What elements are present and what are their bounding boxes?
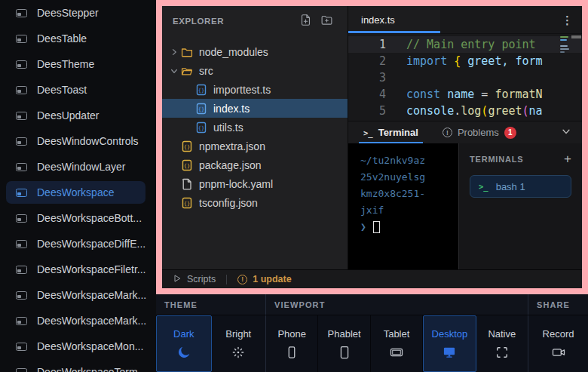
problems-count-badge: 1 xyxy=(504,127,516,139)
dees-workspace: EXPLORER xyxy=(162,6,582,288)
code-line: 1 // Main entry point xyxy=(348,36,582,53)
explorer-title: EXPLORER xyxy=(173,17,224,26)
sidebar-item-label: DeesWorkspaceMon... xyxy=(37,340,143,352)
tree-item-node-modules[interactable]: node_modules xyxy=(162,42,348,61)
tab-problems[interactable]: ! Problems 1 xyxy=(443,127,516,139)
sidebar-item-deesworkspacemark2[interactable]: DeesWorkspaceMark... xyxy=(6,309,145,332)
tree-item-npmextra-json[interactable]: {} npmextra.json xyxy=(162,137,348,155)
add-terminal-button[interactable]: + xyxy=(564,152,571,165)
component-icon xyxy=(16,163,27,171)
viewport-tablet-button[interactable]: Tablet xyxy=(371,315,423,372)
scripts-button[interactable]: Scripts xyxy=(173,274,216,285)
component-icon xyxy=(16,214,27,223)
problems-icon: ! xyxy=(443,128,452,137)
main-area: EXPLORER xyxy=(156,0,588,372)
sidebar-item-label: DeesToast xyxy=(37,84,87,96)
terminal-cursor xyxy=(373,221,380,233)
code-line: 4 const name = formatN xyxy=(348,86,582,103)
video-camera-icon xyxy=(551,345,566,360)
sidebar-item-deestable[interactable]: DeesTable xyxy=(6,27,145,50)
minimap[interactable] xyxy=(560,36,570,54)
new-folder-button[interactable] xyxy=(320,14,333,29)
update-button[interactable]: ! 1 update xyxy=(237,274,291,284)
terminals-panel: TERMINALS + >_ bash 1 xyxy=(458,143,582,269)
sidebar-item-deesworkspaceterminal[interactable]: DeesWorkspaceTerm... xyxy=(6,361,145,372)
tree-item-index-ts[interactable]: {} index.ts xyxy=(162,99,348,118)
theme-dark-button[interactable]: Dark xyxy=(156,315,212,372)
theme-bright-button[interactable]: Bright xyxy=(212,315,266,372)
sidebar-item-label: DeesWorkspaceDiffE... xyxy=(37,238,145,250)
tab-terminal[interactable]: >_ Terminal xyxy=(359,121,423,143)
terminals-panel-title: TERMINALS xyxy=(470,155,523,164)
json-file-icon: {} xyxy=(180,140,193,152)
sidebar-item-deesworkspace[interactable]: DeesWorkspace xyxy=(6,181,145,204)
line-number: 3 xyxy=(348,69,386,86)
tree-item-src[interactable]: src xyxy=(162,61,348,80)
tree-item-tsconfig-json[interactable]: {} tsconfig.json xyxy=(162,193,348,212)
terminal-prompt-icon: >_ xyxy=(479,182,488,191)
sidebar-item-deestheme[interactable]: DeesTheme xyxy=(6,53,145,75)
component-icon xyxy=(16,266,27,274)
tab-index-ts[interactable]: index.ts xyxy=(348,6,440,33)
theme-section: Dark Bright xyxy=(156,315,265,372)
share-section: Record xyxy=(528,315,588,372)
viewport-phone-button[interactable]: Phone xyxy=(266,315,318,372)
viewport-desktop-button[interactable]: Desktop xyxy=(423,315,476,372)
tree-item-importtest-ts[interactable]: {} importtest.ts xyxy=(162,80,348,99)
component-icon xyxy=(16,317,27,325)
tablet-icon xyxy=(389,345,404,360)
sidebar-item-deesupdater[interactable]: DeesUpdater xyxy=(6,104,145,127)
svg-text:{}: {} xyxy=(183,200,189,206)
line-number: 1 xyxy=(348,36,386,53)
viewport-native-button[interactable]: Native xyxy=(476,315,528,372)
properties-toolbar: THEME VIEWPORT SHARE Dark Bright xyxy=(156,294,588,372)
app: DeesStepper DeesTable DeesTheme DeesToas… xyxy=(0,0,588,372)
sidebar-item-label: DeesTable xyxy=(37,32,87,45)
sidebar-item-label: DeesWindowControls xyxy=(37,135,139,147)
terminal-line: 25v2nuyelsg xyxy=(360,169,458,186)
terminal-prompt-line: ❯ xyxy=(360,219,458,235)
sidebar-item-label: DeesStepper xyxy=(37,7,99,19)
section-title-share: SHARE xyxy=(528,294,588,315)
folder-open-icon xyxy=(180,65,193,77)
viewport-phablet-button[interactable]: Phablet xyxy=(318,315,370,372)
terminal-output[interactable]: ~/tu2nkv9az 25v2nuyelsg kmz0x8c251- jxif… xyxy=(348,143,458,269)
sidebar-item-label: DeesWindowLayer xyxy=(37,161,126,173)
tree-item-pnpm-lock-yaml[interactable]: pnpm-lock.yaml xyxy=(162,174,348,193)
status-divider xyxy=(226,275,227,284)
component-icon xyxy=(16,368,27,372)
new-file-button[interactable] xyxy=(299,14,312,29)
play-icon xyxy=(173,274,182,285)
terminal-session-bash-1[interactable]: >_ bash 1 xyxy=(470,175,571,198)
chevron-right-icon xyxy=(168,48,180,57)
minimap-slider[interactable] xyxy=(571,35,581,38)
code-editor[interactable]: 1 // Main entry point 2 import { greet, … xyxy=(348,34,582,121)
sidebar-item-deesstepper[interactable]: DeesStepper xyxy=(6,2,145,24)
terminal-line: jxif xyxy=(360,202,458,219)
svg-text:{}: {} xyxy=(198,125,204,131)
tree-item-utils-ts[interactable]: {} utils.ts xyxy=(162,118,348,137)
sidebar-item-deeswindowcontrols[interactable]: DeesWindowControls xyxy=(6,130,145,152)
sidebar-item-deesworkspacemark1[interactable]: DeesWorkspaceMark... xyxy=(6,284,145,306)
typescript-file-icon: {} xyxy=(194,84,207,96)
sidebar-item-deesworkspacebottombar[interactable]: DeesWorkspaceBott... xyxy=(6,207,145,229)
sidebar-item-deestoast[interactable]: DeesToast xyxy=(6,78,145,101)
svg-text:{}: {} xyxy=(198,106,204,112)
file-icon xyxy=(180,178,193,190)
tab-overflow-menu-icon[interactable]: ⋮ xyxy=(562,14,573,26)
sidebar-item-deeswindowlayer[interactable]: DeesWindowLayer xyxy=(6,155,145,178)
moon-icon xyxy=(176,345,191,360)
native-frame-icon xyxy=(495,345,510,360)
terminal-line: kmz0x8c251- xyxy=(360,186,458,202)
typescript-file-icon: {} xyxy=(194,103,207,115)
tree-item-package-json[interactable]: {} package.json xyxy=(162,155,348,174)
sidebar-item-deesworkspacediffeditor[interactable]: DeesWorkspaceDiffE... xyxy=(6,232,145,255)
share-record-button[interactable]: Record xyxy=(528,315,588,372)
phone-icon xyxy=(284,345,299,360)
panel-collapse-button[interactable] xyxy=(561,126,571,139)
sidebar-item-deesworkspacefiletree[interactable]: DeesWorkspaceFiletr... xyxy=(6,258,145,281)
terminal-prompt-icon: >_ xyxy=(363,128,373,137)
sidebar-item-deesworkspacemonaco[interactable]: DeesWorkspaceMon... xyxy=(6,335,145,358)
new-folder-icon xyxy=(320,14,333,29)
typescript-file-icon: {} xyxy=(194,121,207,134)
